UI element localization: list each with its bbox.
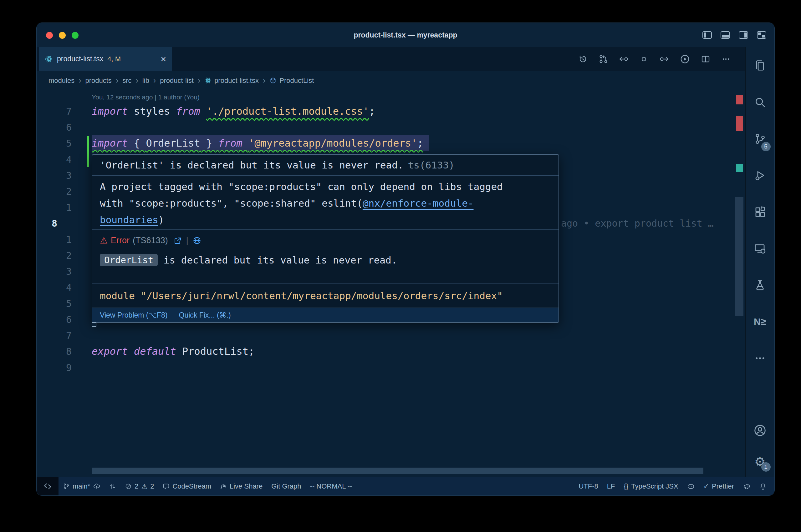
quick-fix-button[interactable]: Quick Fix... (⌘.) <box>179 311 231 320</box>
error-detail-row: OrderList is declared but its value is n… <box>100 254 551 266</box>
accounts-button[interactable] <box>746 415 775 446</box>
line-number[interactable]: 8 <box>37 343 72 359</box>
line-number[interactable]: 6 <box>37 119 72 135</box>
sidebar-item-more-views[interactable] <box>746 340 775 376</box>
view-problem-button[interactable]: View Problem (⌥F8) <box>100 311 168 320</box>
globe-icon[interactable] <box>193 236 201 245</box>
breadcrumb-item-product-list[interactable]: product-list <box>160 77 194 85</box>
sidebar-item-nx-console[interactable]: N≥ <box>746 303 775 340</box>
encoding-label: UTF-8 <box>579 482 598 490</box>
encoding-item[interactable]: UTF-8 <box>575 477 603 495</box>
status-bar: main* 2 ⚠ 2 CodeStream Live Share Git <box>37 477 775 495</box>
language-mode-item[interactable]: {} TypeScript JSX <box>620 477 683 495</box>
problems-item[interactable]: 2 ⚠ 2 <box>121 477 158 495</box>
line-number[interactable]: 3 <box>37 264 72 280</box>
tab-product-list[interactable]: product-list.tsx 4, M × <box>39 47 172 71</box>
sidebar-item-search[interactable] <box>746 84 775 120</box>
line-number[interactable]: 5 <box>37 135 72 151</box>
codelens-blame[interactable]: You, 12 seconds ago | 1 author (You) <box>92 91 200 103</box>
toggle-secondary-sidebar-icon[interactable] <box>739 31 748 39</box>
line-number[interactable]: 2 <box>37 184 72 200</box>
compare-branch-item[interactable] <box>105 477 121 495</box>
sidebar-item-testing[interactable] <box>746 267 775 303</box>
line-number[interactable]: 7 <box>37 103 72 119</box>
keyword-from: from <box>218 137 249 149</box>
current-change-icon[interactable] <box>639 54 649 64</box>
sidebar-item-run-debug[interactable] <box>746 157 775 193</box>
extensions-icon <box>754 206 766 218</box>
compare-changes-icon[interactable] <box>598 54 608 64</box>
eslint-rule-link[interactable]: @nx/enforce-module- <box>363 197 474 209</box>
breadcrumb-item-symbol[interactable]: ProductList <box>269 77 314 85</box>
line-number[interactable]: 1 <box>37 232 72 248</box>
bell-icon <box>759 482 767 490</box>
navigate-forward-icon[interactable] <box>659 54 669 64</box>
remote-indicator[interactable] <box>37 477 58 495</box>
git-graph-item[interactable]: Git Graph <box>267 477 305 495</box>
module-keyword: module <box>100 290 141 301</box>
eslint-rule-link[interactable]: boundaries <box>100 214 158 225</box>
navigate-back-icon[interactable] <box>619 54 629 64</box>
line-number[interactable]: 2 <box>37 248 72 264</box>
customize-layout-icon[interactable] <box>757 31 766 39</box>
overview-modified-mark <box>736 164 743 172</box>
sidebar-item-remote-explorer[interactable] <box>746 230 775 267</box>
copilot-item[interactable] <box>683 477 699 495</box>
feedback-item[interactable] <box>739 477 755 495</box>
breadcrumb-item-products[interactable]: products <box>85 77 111 85</box>
code-line-import-orderlist[interactable]: import { OrderList } from '@myreactapp/m… <box>92 135 423 151</box>
react-file-icon <box>45 55 53 63</box>
git-branch-item[interactable]: main* <box>58 477 105 495</box>
breadcrumb-item-file[interactable]: product-list.tsx <box>204 77 259 85</box>
feedback-icon <box>743 482 750 490</box>
sidebar-item-extensions[interactable] <box>746 193 775 230</box>
toggle-primary-sidebar-icon[interactable] <box>703 31 712 39</box>
run-file-icon[interactable] <box>679 54 690 64</box>
overview-error-mark <box>736 95 743 104</box>
keyword-default: default <box>134 345 182 357</box>
horizontal-scrollbar[interactable] <box>92 468 703 474</box>
breadcrumb-item-modules[interactable]: modules <box>49 77 74 85</box>
overview-error-mark <box>736 116 743 131</box>
hover-module-row: module "/Users/juri/nrwl/content/myreact… <box>92 284 559 308</box>
vim-mode-item[interactable]: -- NORMAL -- <box>306 477 357 495</box>
nx-console-icon: N≥ <box>754 316 766 327</box>
line-number[interactable]: 6 <box>37 312 72 327</box>
line-number[interactable]: 1 <box>37 200 72 215</box>
live-share-item[interactable]: Live Share <box>216 477 267 495</box>
hover-resize-handle[interactable] <box>92 322 96 327</box>
line-number[interactable]: 4 <box>37 280 72 296</box>
eol-label: LF <box>607 482 615 490</box>
code-line-import-styles[interactable]: import styles from './product-list.modul… <box>92 103 375 119</box>
line-number[interactable]: 4 <box>37 152 72 168</box>
open-external-icon[interactable] <box>174 236 182 245</box>
notifications-item[interactable] <box>755 477 771 495</box>
settings-button[interactable]: ⚙ 1 <box>746 446 775 477</box>
line-number[interactable]: 9 <box>37 360 72 376</box>
current-line-number[interactable]: 8 <box>37 215 72 231</box>
eslint-message-line3: boundaries) <box>100 212 551 228</box>
breadcrumb-item-src[interactable]: src <box>122 77 131 85</box>
tab-close-icon[interactable]: × <box>161 54 166 64</box>
code-line-export-default[interactable]: export default ProductList; <box>92 343 254 359</box>
string-orders-module-path: '@myreactapp/modules/orders' <box>249 137 417 149</box>
code-editor[interactable]: You, 12 seconds ago | 1 author (You) 7 6… <box>37 90 745 477</box>
breadcrumb-item-lib[interactable]: lib <box>142 77 149 85</box>
eol-item[interactable]: LF <box>603 477 620 495</box>
hover-actions: View Problem (⌥F8) Quick Fix... (⌘.) <box>92 308 559 322</box>
line-number[interactable]: 7 <box>37 327 72 343</box>
more-actions-icon[interactable] <box>721 54 731 64</box>
sidebar-item-explorer[interactable] <box>746 47 775 84</box>
prettier-item[interactable]: ✓ Prettier <box>699 477 739 495</box>
source-control-badge: 5 <box>761 142 771 151</box>
line-number[interactable]: 5 <box>37 296 72 312</box>
keyword-export: export <box>92 345 134 357</box>
punctuation: ; <box>249 345 254 357</box>
split-editor-icon[interactable] <box>700 54 711 64</box>
line-number[interactable]: 3 <box>37 168 72 184</box>
sidebar-item-source-control[interactable]: 5 <box>746 120 775 157</box>
local-history-icon[interactable] <box>578 54 588 64</box>
vertical-scrollbar[interactable] <box>735 197 743 316</box>
codestream-item[interactable]: CodeStream <box>158 477 216 495</box>
toggle-panel-icon[interactable] <box>721 31 730 39</box>
